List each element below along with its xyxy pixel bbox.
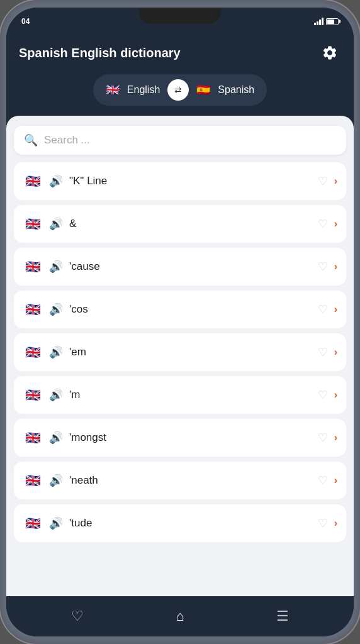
chevron-right-icon[interactable]: › <box>334 475 337 486</box>
word-label: 'tude <box>69 517 318 530</box>
word-flag: 🇬🇧 <box>23 257 43 277</box>
content-area: 🔍 Search ... 🇬🇧 🔊 "K" Line ♡ › 🇬🇧 🔊 <box>6 116 354 596</box>
target-flag: 🇪🇸 <box>196 83 210 97</box>
word-list: 🇬🇧 🔊 "K" Line ♡ › 🇬🇧 🔊 & ♡ › <box>14 162 346 547</box>
word-flag: 🇬🇧 <box>23 171 43 191</box>
word-flag: 🇬🇧 <box>23 342 43 362</box>
speaker-icon[interactable]: 🔊 <box>49 388 63 402</box>
notch <box>139 8 221 24</box>
speaker-icon[interactable]: 🔊 <box>49 345 63 359</box>
header: Spanish English dictionary <box>6 35 354 74</box>
nav-favorites[interactable]: ♡ <box>71 608 84 625</box>
word-label: 'em <box>69 346 318 358</box>
chevron-right-icon[interactable]: › <box>334 518 337 529</box>
phone-screen: 04 Spanish English dictionary <box>6 8 354 636</box>
speaker-icon[interactable]: 🔊 <box>49 260 63 274</box>
speaker-icon[interactable]: 🔊 <box>49 303 63 316</box>
list-item[interactable]: 🇬🇧 🔊 'tude ♡ › <box>14 504 346 542</box>
word-flag: 🇬🇧 <box>23 299 43 319</box>
status-time: 04 <box>21 17 30 26</box>
list-item[interactable]: 🇬🇧 🔊 'neath ♡ › <box>14 462 346 499</box>
speaker-icon[interactable]: 🔊 <box>49 474 63 487</box>
menu-nav-icon: ☰ <box>276 608 289 625</box>
home-nav-icon: ⌂ <box>176 608 184 625</box>
word-label: 'cause <box>69 260 318 273</box>
list-item[interactable]: 🇬🇧 🔊 'cause ♡ › <box>14 248 346 286</box>
source-language: English <box>127 84 160 96</box>
favorite-icon[interactable]: ♡ <box>318 516 328 530</box>
word-label: 'm <box>69 389 318 401</box>
word-label: 'neath <box>69 474 318 487</box>
word-flag: 🇬🇧 <box>23 470 43 491</box>
list-item[interactable]: 🇬🇧 🔊 "K" Line ♡ › <box>14 162 346 200</box>
word-label: "K" Line <box>69 175 318 187</box>
swap-icon: ⇄ <box>174 85 182 95</box>
gear-icon <box>322 45 338 61</box>
nav-home[interactable]: ⌂ <box>176 608 184 625</box>
chevron-right-icon[interactable]: › <box>334 432 337 443</box>
nav-menu[interactable]: ☰ <box>276 608 289 625</box>
search-input[interactable]: Search ... <box>44 134 336 147</box>
source-flag: 🇬🇧 <box>106 83 120 97</box>
speaker-icon[interactable]: 🔊 <box>49 431 63 445</box>
speaker-icon[interactable]: 🔊 <box>49 217 63 231</box>
chevron-right-icon[interactable]: › <box>334 347 337 358</box>
search-bar[interactable]: 🔍 Search ... <box>14 126 346 155</box>
list-item[interactable]: 🇬🇧 🔊 'em ♡ › <box>14 333 346 371</box>
swap-language-button[interactable]: ⇄ <box>167 79 189 101</box>
app-title: Spanish English dictionary <box>19 46 181 60</box>
word-label: 'mongst <box>69 431 318 444</box>
list-item[interactable]: 🇬🇧 🔊 & ♡ › <box>14 205 346 243</box>
word-label: & <box>69 218 318 230</box>
phone-frame: 04 Spanish English dictionary <box>0 0 360 644</box>
speaker-icon[interactable]: 🔊 <box>49 174 63 188</box>
search-icon: 🔍 <box>24 133 38 147</box>
status-bar: 04 <box>6 8 354 35</box>
language-switcher: 🇬🇧 English ⇄ 🇪🇸 Spanish <box>6 74 354 116</box>
favorite-icon[interactable]: ♡ <box>318 474 328 487</box>
list-item[interactable]: 🇬🇧 🔊 'm ♡ › <box>14 376 346 414</box>
favorite-icon[interactable]: ♡ <box>318 174 328 188</box>
chevron-right-icon[interactable]: › <box>334 261 337 272</box>
signal-icon <box>314 18 323 25</box>
list-item[interactable]: 🇬🇧 🔊 'mongst ♡ › <box>14 419 346 457</box>
favorite-icon[interactable]: ♡ <box>318 431 328 445</box>
favorite-icon[interactable]: ♡ <box>318 217 328 231</box>
favorite-icon[interactable]: ♡ <box>318 345 328 359</box>
word-flag: 🇬🇧 <box>23 428 43 448</box>
word-label: 'cos <box>69 303 318 316</box>
chevron-right-icon[interactable]: › <box>334 389 337 401</box>
word-flag: 🇬🇧 <box>23 513 43 533</box>
settings-button[interactable] <box>318 42 341 64</box>
word-flag: 🇬🇧 <box>23 214 43 234</box>
word-flag: 🇬🇧 <box>23 385 43 405</box>
bottom-navigation: ♡ ⌂ ☰ <box>6 596 354 636</box>
favorite-icon[interactable]: ♡ <box>318 260 328 274</box>
list-item[interactable]: 🇬🇧 🔊 'cos ♡ › <box>14 291 346 328</box>
favorite-icon[interactable]: ♡ <box>318 303 328 316</box>
chevron-right-icon[interactable]: › <box>334 218 337 230</box>
heart-nav-icon: ♡ <box>71 608 84 625</box>
speaker-icon[interactable]: 🔊 <box>49 516 63 530</box>
favorite-icon[interactable]: ♡ <box>318 388 328 402</box>
status-icons <box>314 18 339 25</box>
battery-icon <box>326 18 339 25</box>
chevron-right-icon[interactable]: › <box>334 175 337 187</box>
chevron-right-icon[interactable]: › <box>334 304 337 315</box>
target-language: Spanish <box>218 84 254 96</box>
